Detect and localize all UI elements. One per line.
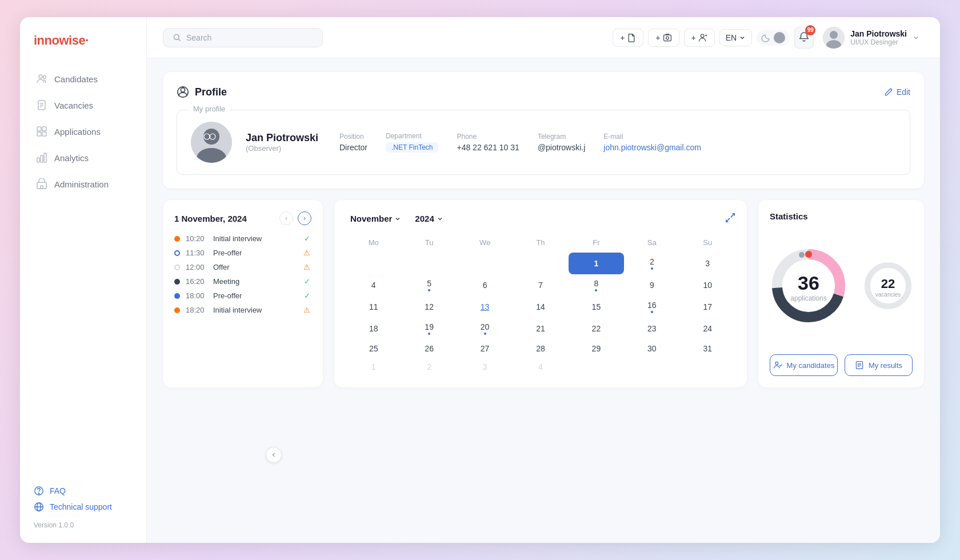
schedule-next-button[interactable]: ›	[298, 211, 311, 225]
faq-link[interactable]: FAQ	[34, 486, 133, 496]
version-label: Version 1.0.0	[20, 521, 146, 529]
calendar-day[interactable]: 11	[346, 296, 401, 318]
field-phone: Phone +48 22 621 10 31	[457, 133, 519, 152]
field-department: Department .NET FinTech	[386, 132, 438, 153]
add-photo-button[interactable]: +	[648, 29, 679, 47]
calendar-day[interactable]: 13	[457, 296, 513, 318]
topbar: Search + +	[147, 17, 940, 58]
search-box[interactable]: Search	[163, 28, 323, 47]
sidebar-item-analytics[interactable]: Analytics	[27, 145, 139, 170]
calendar-day[interactable]: 3	[680, 253, 735, 274]
calendar-day[interactable]: 30	[624, 339, 679, 358]
user-menu[interactable]: Jan Piotrowski UI/UX Desinger	[818, 25, 924, 51]
weekday-tu: Tu	[401, 235, 457, 253]
sidebar-item-administration[interactable]: Administration	[27, 171, 139, 197]
calendar-day[interactable]: 18	[346, 318, 401, 339]
calendar-day[interactable]	[401, 253, 457, 274]
my-results-button[interactable]: My results	[845, 354, 913, 376]
svg-line-38	[731, 214, 734, 217]
calendar-day[interactable]: 27	[457, 339, 513, 358]
calendar-day[interactable]: 14	[513, 296, 568, 318]
photo-icon	[663, 33, 672, 42]
schedule-card: 1 November, 2024 ‹ › 10:20 Initial inter…	[163, 200, 323, 387]
calendar-day[interactable]: 16	[624, 296, 679, 318]
sidebar-item-vacancies[interactable]: Vacancies	[27, 93, 139, 118]
calendar-day[interactable]: 26	[401, 339, 457, 358]
calendar-nav: November 2024	[346, 211, 448, 226]
calendar-day[interactable]: 15	[569, 296, 624, 318]
calendar-day[interactable]: 4	[513, 358, 568, 376]
calendar-day[interactable]: 4	[346, 274, 401, 296]
calendar-day[interactable]	[680, 358, 735, 376]
calendar-day[interactable]: 25	[346, 339, 401, 358]
svg-line-21	[178, 39, 180, 41]
svg-rect-11	[41, 155, 43, 162]
calendar-day[interactable]: 2	[624, 253, 679, 274]
weekday-mo: Mo	[346, 235, 401, 253]
calendar-day[interactable]	[624, 358, 679, 376]
calendar-day[interactable]: 19	[401, 318, 457, 339]
theme-toggle[interactable]	[757, 30, 790, 46]
calendar-day[interactable]: 23	[624, 318, 679, 339]
calendar-day[interactable]: 5	[401, 274, 457, 296]
weekday-th: Th	[513, 235, 568, 253]
grid-icon	[36, 126, 47, 137]
technical-support-link[interactable]: Technical support	[34, 502, 133, 512]
schedule-prev-button[interactable]: ‹	[279, 211, 293, 225]
calendar-day[interactable]	[569, 358, 624, 376]
vacancies-chart: 22 vacancies	[862, 260, 914, 314]
calendar-day[interactable]: 3	[457, 358, 513, 376]
schedule-dot	[174, 250, 180, 256]
calendar-day[interactable]: 12	[401, 296, 457, 318]
calendar-day[interactable]	[513, 253, 568, 274]
calendar-day[interactable]: 1	[569, 253, 624, 274]
statistics-buttons: My candidates My results	[770, 354, 913, 376]
calendar-day[interactable]: 21	[513, 318, 568, 339]
add-doc-button[interactable]: +	[613, 29, 643, 47]
schedule-header: 1 November, 2024 ‹ ›	[174, 211, 311, 225]
app-logo: innowise·	[20, 17, 146, 66]
notifications-button[interactable]: 99	[794, 27, 814, 49]
calendar-day[interactable]: 8	[569, 274, 624, 296]
calendar-day[interactable]: 6	[457, 274, 513, 296]
calendar-day[interactable]: 24	[680, 318, 735, 339]
sidebar-item-label: Applications	[54, 127, 101, 137]
calendar-day[interactable]: 9	[624, 274, 679, 296]
calendar-expand-button[interactable]	[725, 213, 735, 225]
weekday-su: Su	[680, 235, 735, 253]
chevron-down-icon	[913, 34, 919, 41]
sidebar-item-candidates[interactable]: Candidates	[27, 66, 139, 91]
sidebar-item-applications[interactable]: Applications	[27, 119, 139, 144]
add-person-button[interactable]: +	[684, 29, 715, 47]
calendar-month-selector[interactable]: November	[346, 211, 406, 226]
calendar-year-selector[interactable]: 2024	[410, 211, 447, 226]
my-candidates-button[interactable]: My candidates	[770, 354, 838, 376]
svg-point-1	[43, 76, 46, 79]
schedule-dot	[174, 293, 180, 299]
calendar-day[interactable]	[346, 253, 401, 274]
calendar-header: November 2024	[346, 211, 735, 226]
calendar-day[interactable]: 20	[457, 318, 513, 339]
svg-point-24	[701, 34, 704, 38]
schedule-item: 18:00 Pre-offer ✓	[174, 291, 311, 300]
calendar-day[interactable]: 31	[680, 339, 735, 358]
profile-icon	[177, 86, 189, 98]
search-placeholder: Search	[186, 33, 211, 42]
calendar-day[interactable]: 22	[569, 318, 624, 339]
edit-profile-button[interactable]: Edit	[884, 87, 910, 97]
calendar-day[interactable]: 2	[401, 358, 457, 376]
moon-icon	[761, 33, 770, 42]
sidebar-collapse-button[interactable]	[266, 447, 282, 463]
calendar-day[interactable]: 29	[569, 339, 624, 358]
calendar-day[interactable]: 1	[346, 358, 401, 376]
language-selector[interactable]: EN	[719, 29, 752, 46]
statistics-title: Statistics	[770, 211, 913, 221]
calendar-day[interactable]	[457, 253, 513, 274]
calendar-day[interactable]: 28	[513, 339, 568, 358]
calendar-day[interactable]: 10	[680, 274, 735, 296]
svg-point-28	[830, 31, 838, 39]
calendar-day[interactable]: 17	[680, 296, 735, 318]
schedule-item: 10:20 Initial interview ✓	[174, 234, 311, 243]
calendar-day[interactable]: 7	[513, 274, 568, 296]
users-icon	[36, 73, 47, 85]
